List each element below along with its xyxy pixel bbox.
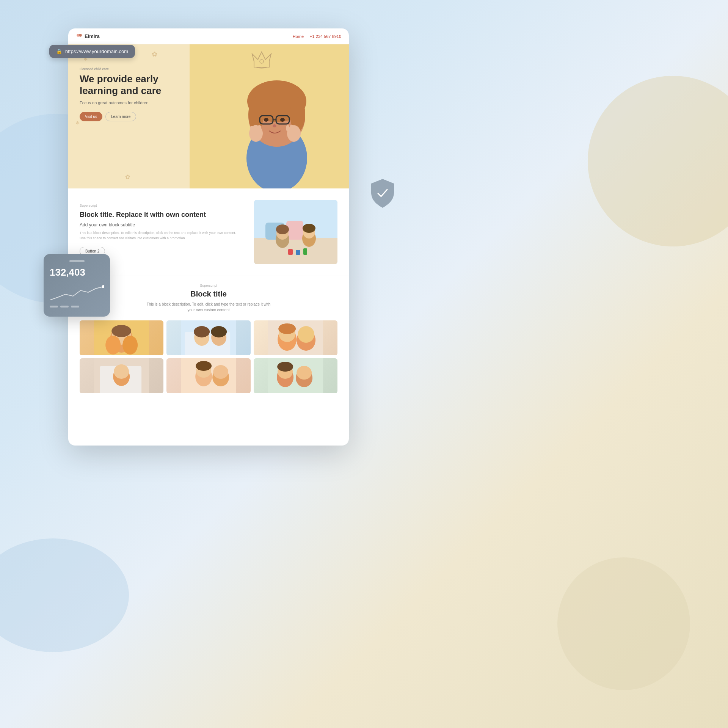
shield-badge [369,178,396,209]
svg-point-34 [303,224,315,233]
hero-title: We provide early learning and care [80,73,171,97]
content-superscript: Superscript [80,204,243,207]
svg-rect-21 [258,125,261,131]
stats-chart [50,283,104,302]
site-logo: Elmira [76,33,100,40]
nav-home[interactable]: Home [293,34,304,39]
svg-point-14 [264,118,268,122]
logo-text: Elmira [85,33,100,39]
deco-snowflake-3: ✻ [76,120,80,126]
block-section-2: Superscript Block title This is a block … [68,276,349,405]
svg-rect-24 [294,126,297,133]
svg-point-42 [105,336,121,355]
photo-cell-4 [80,358,163,393]
bg-blob-bottom-left [0,538,129,652]
svg-rect-66 [268,358,323,393]
svg-point-2 [79,34,82,37]
photo-3-img [254,320,337,355]
photo-cell-5 [166,358,250,393]
svg-rect-35 [288,249,293,255]
svg-rect-36 [296,250,300,255]
svg-point-47 [194,326,210,337]
visit-us-button[interactable]: Visit us [80,112,102,121]
svg-point-3 [260,60,264,63]
content-subtitle: Add your own block subtitle [80,222,243,228]
svg-rect-19 [250,126,253,133]
hero-buttons: Visit us Learn more [80,112,171,121]
bg-blob-bottom-right [557,557,690,690]
logo-icon [76,33,83,40]
svg-rect-22 [286,125,289,131]
svg-point-49 [211,326,227,337]
svg-point-71 [297,366,312,380]
learn-more-button[interactable]: Learn more [105,112,136,121]
photo-1-img [80,320,163,355]
photo-5-img [166,358,250,393]
hero-content: Licensed child care We provide early lea… [80,67,171,121]
photo-6-img [254,358,337,393]
browser-header: Elmira Home +1 234 567 8910 [68,28,349,44]
svg-point-16 [273,124,276,127]
photo-cell-3 [254,320,337,355]
svg-rect-37 [303,248,307,255]
svg-point-31 [276,224,289,234]
photo-cell-1 [80,320,163,355]
content-title: Block title. Replace it with own content [80,210,243,219]
svg-point-0 [102,285,104,288]
crown-decoration [250,50,273,72]
hero-section: ❄ ✿ ✻ ✿ ✻ ✿ Licensed child care We provi… [68,44,349,188]
content-image [254,200,337,264]
bg-blob-right [588,76,728,246]
photo-2-img [166,320,250,355]
block2-superscript: Superscript [80,284,337,287]
photo-cell-6 [254,358,337,393]
svg-point-63 [196,361,212,371]
content-desc: This is a block description. To edit thi… [80,231,243,241]
stats-widget: 132,403 [44,254,110,317]
content-text: Superscript Block title. Replace it with… [80,200,243,256]
url-text: https://www.yourdomain.com [65,49,128,54]
svg-point-41 [111,325,131,337]
stats-handle [69,260,85,262]
hero-superscript: Licensed child care [80,67,171,71]
block2-desc: This is a block description. To edit, cl… [144,301,273,313]
stats-number: 132,403 [50,267,104,278]
svg-point-55 [298,326,314,343]
block2-title: Block title [80,290,337,298]
photo-cell-2 [166,320,250,355]
lock-icon: 🔒 [56,49,62,54]
browser-window: Elmira Home +1 234 567 8910 ❄ ✿ ✻ ✿ ✻ ✿ … [68,28,349,446]
stats-dot-1 [50,306,58,308]
svg-point-53 [278,323,296,334]
deco-snowflake-4: ✿ [125,173,130,180]
deco-snowflake-2: ✿ [152,50,157,58]
kids-illustration [254,200,337,264]
stats-dot-3 [71,306,79,308]
svg-point-43 [122,336,138,355]
svg-rect-20 [254,125,257,132]
svg-point-59 [114,364,129,379]
svg-point-65 [213,365,228,379]
url-bar[interactable]: 🔒 https://www.yourdomain.com [49,45,135,58]
header-nav: Home +1 234 567 8910 [293,34,341,39]
nav-phone: +1 234 567 8910 [310,34,341,39]
svg-rect-23 [290,125,293,132]
hero-subtitle: Focus on great outcomes for children [80,100,171,105]
stats-dot-2 [60,306,69,308]
svg-point-69 [277,362,293,372]
content-section: Superscript Block title. Replace it with… [68,188,349,276]
photo-grid [80,320,337,393]
svg-point-15 [280,118,285,122]
stats-dots [50,306,104,308]
photo-4-img [80,358,163,393]
